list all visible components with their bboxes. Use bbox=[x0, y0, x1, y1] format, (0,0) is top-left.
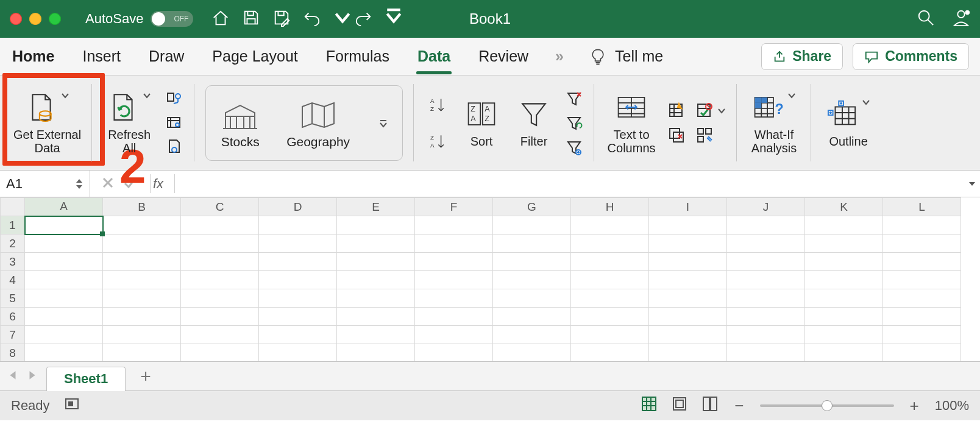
ribbon-tab-page-layout[interactable]: Page Layout bbox=[211, 44, 299, 69]
comments-button[interactable]: Comments bbox=[853, 43, 969, 70]
text-to-columns-button[interactable]: Text toColumns bbox=[605, 91, 658, 155]
cell[interactable] bbox=[649, 326, 727, 344]
cell[interactable] bbox=[805, 235, 883, 253]
home-icon[interactable] bbox=[211, 9, 230, 29]
qat-customize-icon[interactable] bbox=[385, 9, 393, 29]
row-header[interactable]: 3 bbox=[1, 253, 25, 271]
cell[interactable] bbox=[337, 308, 415, 326]
cell[interactable] bbox=[883, 253, 961, 271]
cell[interactable] bbox=[415, 235, 493, 253]
cell[interactable] bbox=[571, 216, 649, 235]
cell[interactable] bbox=[103, 344, 181, 362]
name-box-up-icon[interactable] bbox=[75, 178, 83, 184]
column-header[interactable]: G bbox=[493, 198, 571, 216]
cell[interactable] bbox=[25, 235, 103, 253]
cell[interactable] bbox=[103, 253, 181, 271]
get-external-data-button[interactable]: Get ExternalData bbox=[13, 91, 81, 155]
cell[interactable] bbox=[493, 308, 571, 326]
cell[interactable] bbox=[415, 344, 493, 362]
zoom-window-button[interactable] bbox=[49, 13, 61, 25]
insert-function-icon[interactable]: fx bbox=[153, 176, 172, 192]
cell[interactable] bbox=[571, 253, 649, 271]
ribbon-tab-home[interactable]: Home bbox=[11, 44, 55, 69]
tell-me-input[interactable]: Tell me bbox=[614, 44, 664, 69]
save-edit-icon[interactable] bbox=[272, 9, 291, 29]
cell[interactable] bbox=[571, 289, 649, 308]
cell[interactable] bbox=[181, 289, 259, 308]
cell[interactable] bbox=[805, 308, 883, 326]
cell[interactable] bbox=[649, 289, 727, 308]
flash-fill-icon[interactable] bbox=[667, 102, 686, 120]
close-window-button[interactable] bbox=[10, 13, 22, 25]
cell[interactable] bbox=[25, 326, 103, 344]
autosave-control[interactable]: AutoSave OFF bbox=[85, 11, 193, 27]
column-header[interactable]: L bbox=[883, 198, 961, 216]
row-header[interactable]: 4 bbox=[1, 271, 25, 289]
cell[interactable] bbox=[883, 344, 961, 362]
cell[interactable] bbox=[337, 326, 415, 344]
cell[interactable] bbox=[805, 289, 883, 308]
cell[interactable] bbox=[415, 253, 493, 271]
cell[interactable] bbox=[103, 326, 181, 344]
column-header[interactable]: E bbox=[337, 198, 415, 216]
cell[interactable] bbox=[727, 235, 805, 253]
what-if-analysis-button[interactable]: ? What-IfAnalysis bbox=[748, 91, 800, 155]
cell[interactable] bbox=[103, 271, 181, 289]
cell[interactable] bbox=[25, 344, 103, 362]
consolidate-icon[interactable] bbox=[695, 126, 714, 144]
column-header[interactable]: I bbox=[649, 198, 727, 216]
cell[interactable] bbox=[181, 326, 259, 344]
cell[interactable] bbox=[337, 235, 415, 253]
queries-connections-icon[interactable] bbox=[165, 91, 183, 109]
row-header[interactable]: 7 bbox=[1, 326, 25, 344]
cell[interactable] bbox=[649, 271, 727, 289]
cell[interactable] bbox=[103, 216, 181, 235]
zoom-slider[interactable] bbox=[760, 404, 894, 407]
row-header[interactable]: 1 bbox=[1, 216, 25, 235]
clear-filter-icon[interactable] bbox=[565, 90, 583, 108]
cell[interactable] bbox=[259, 344, 337, 362]
data-validation-icon[interactable] bbox=[695, 102, 714, 120]
geography-data-type[interactable]: Geography bbox=[286, 99, 350, 149]
cell[interactable] bbox=[103, 308, 181, 326]
column-header[interactable]: D bbox=[259, 198, 337, 216]
cell[interactable] bbox=[805, 253, 883, 271]
cell[interactable] bbox=[493, 216, 571, 235]
page-break-view-icon[interactable] bbox=[701, 395, 719, 416]
cell[interactable] bbox=[493, 344, 571, 362]
row-header[interactable]: 2 bbox=[1, 235, 25, 253]
cell[interactable] bbox=[181, 308, 259, 326]
cell[interactable] bbox=[883, 289, 961, 308]
cell[interactable] bbox=[181, 271, 259, 289]
search-icon[interactable] bbox=[917, 9, 935, 29]
column-header[interactable]: F bbox=[415, 198, 493, 216]
cell[interactable] bbox=[805, 344, 883, 362]
properties-icon[interactable] bbox=[165, 114, 183, 132]
column-header[interactable]: J bbox=[727, 198, 805, 216]
cell[interactable] bbox=[259, 253, 337, 271]
ribbon-tab-formulas[interactable]: Formulas bbox=[325, 44, 391, 69]
redo-icon[interactable] bbox=[354, 9, 372, 29]
minimize-window-button[interactable] bbox=[29, 13, 41, 25]
cell[interactable] bbox=[181, 216, 259, 235]
save-icon[interactable] bbox=[242, 9, 260, 29]
macro-record-icon[interactable] bbox=[65, 397, 83, 415]
cell[interactable] bbox=[493, 253, 571, 271]
name-box-down-icon[interactable] bbox=[75, 184, 83, 190]
cell[interactable] bbox=[25, 271, 103, 289]
cell[interactable] bbox=[415, 326, 493, 344]
cell[interactable] bbox=[649, 308, 727, 326]
undo-icon[interactable] bbox=[303, 9, 321, 29]
cell[interactable] bbox=[727, 216, 805, 235]
zoom-out-button[interactable]: − bbox=[732, 397, 746, 415]
cell[interactable] bbox=[727, 253, 805, 271]
cell[interactable] bbox=[883, 326, 961, 344]
edit-links-icon[interactable] bbox=[165, 137, 183, 155]
cell[interactable] bbox=[493, 235, 571, 253]
column-header[interactable]: K bbox=[805, 198, 883, 216]
cell[interactable] bbox=[571, 326, 649, 344]
cell[interactable] bbox=[337, 271, 415, 289]
chevron-down-icon[interactable] bbox=[715, 107, 726, 115]
cell[interactable] bbox=[727, 326, 805, 344]
cell[interactable] bbox=[571, 235, 649, 253]
